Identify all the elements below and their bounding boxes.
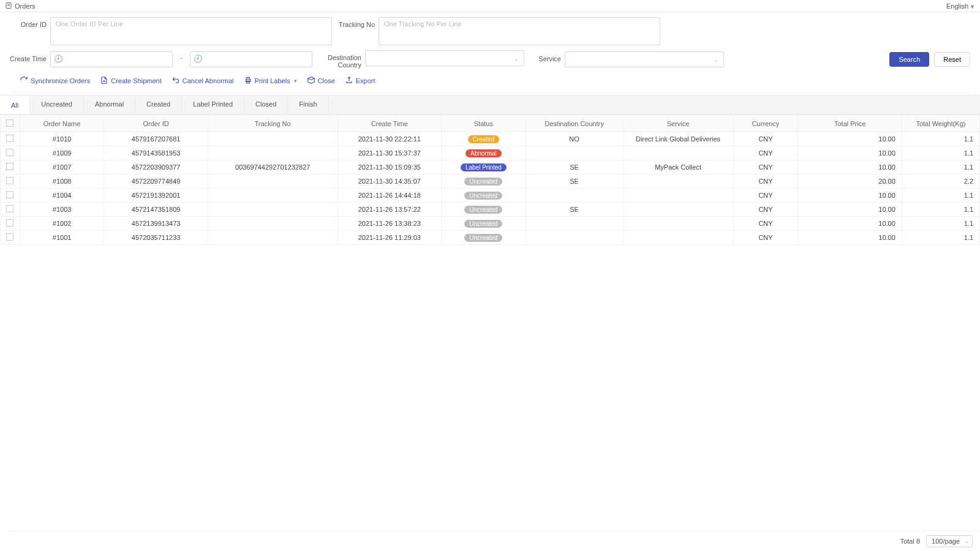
cell-total-weight: 2.2 bbox=[902, 174, 979, 189]
tracking-no-input[interactable] bbox=[379, 17, 660, 45]
row-checkbox[interactable] bbox=[6, 205, 13, 212]
printer-icon bbox=[244, 76, 252, 86]
cell-currency: CNY bbox=[733, 160, 798, 174]
export-icon bbox=[345, 76, 353, 86]
cell-status: Abnormal bbox=[442, 146, 526, 160]
service-select[interactable]: ⌄ bbox=[565, 51, 724, 67]
table-row[interactable]: #100945791435819532021-11-30 15:37:37Abn… bbox=[1, 146, 980, 160]
cell-create-time: 2021-11-30 14:35:07 bbox=[337, 174, 441, 189]
cell-status: Uncreated bbox=[442, 189, 526, 203]
tab-created[interactable]: Created bbox=[135, 96, 182, 114]
table-row[interactable]: #100245721399134732021-11-26 13:38:23Unc… bbox=[1, 217, 980, 231]
tab-abnormal[interactable]: Abnormal bbox=[84, 96, 135, 114]
chevron-down-icon: ▾ bbox=[294, 78, 297, 84]
undo-icon bbox=[172, 76, 180, 86]
col-destination-country: Destination Country bbox=[526, 115, 623, 132]
search-button[interactable]: Search bbox=[889, 52, 929, 67]
cell-order-name: #1010 bbox=[20, 132, 104, 146]
col-currency: Currency bbox=[733, 115, 798, 132]
chevron-down-icon: ▼ bbox=[970, 4, 975, 10]
status-badge: Label Printed bbox=[461, 163, 507, 171]
table-row[interactable]: #100345721473518092021-11-26 13:57:22Unc… bbox=[1, 203, 980, 217]
service-label: Service bbox=[530, 51, 561, 62]
cell-total-price: 10.00 bbox=[798, 203, 902, 217]
cell-create-time: 2021-11-26 14:44:18 bbox=[337, 189, 441, 203]
cell-order-id: 4579143581953 bbox=[104, 146, 208, 160]
col-order-id: Order ID bbox=[104, 115, 208, 132]
orders-table: Order NameOrder IDTracking NoCreate Time… bbox=[0, 114, 980, 245]
cell-dest-country bbox=[526, 189, 623, 203]
status-badge: Uncreated bbox=[464, 206, 502, 214]
reset-button[interactable]: Reset bbox=[934, 52, 970, 67]
cell-currency: CNY bbox=[733, 231, 798, 245]
export-button[interactable]: Export bbox=[345, 76, 375, 86]
refresh-icon bbox=[20, 76, 28, 86]
cell-dest-country: SE bbox=[526, 174, 623, 189]
orders-icon bbox=[5, 2, 12, 10]
cell-total-weight: 1.1 bbox=[902, 231, 979, 245]
cell-dest-country bbox=[526, 217, 623, 231]
cell-dest-country: SE bbox=[526, 160, 623, 174]
row-checkbox[interactable] bbox=[6, 177, 13, 184]
cell-currency: CNY bbox=[733, 146, 798, 160]
cell-create-time: 2021-11-30 15:37:37 bbox=[337, 146, 441, 160]
order-id-input[interactable] bbox=[50, 17, 332, 45]
cell-service: Direct Link Global Deliveries bbox=[623, 132, 733, 146]
language-selector[interactable]: English▼ bbox=[946, 2, 975, 10]
table-row[interactable]: #100445721913920012021-11-26 14:44:18Unc… bbox=[1, 189, 980, 203]
tab-uncreated[interactable]: Uncreated bbox=[30, 96, 84, 114]
svg-rect-6 bbox=[246, 81, 249, 83]
cell-total-weight: 1.1 bbox=[902, 132, 979, 146]
create-time-start[interactable] bbox=[50, 51, 173, 67]
row-checkbox[interactable] bbox=[6, 149, 13, 156]
table-row[interactable]: #100845722097748492021-11-30 14:35:07Unc… bbox=[1, 174, 980, 189]
tab-finish[interactable]: Finish bbox=[288, 96, 328, 114]
cell-create-time: 2021-11-30 15:09:35 bbox=[337, 160, 441, 174]
tab-all[interactable]: All bbox=[0, 96, 30, 114]
cell-status: Uncreated bbox=[442, 174, 526, 189]
dest-country-select[interactable]: ⌄ bbox=[365, 50, 524, 66]
cell-tracking-no bbox=[208, 174, 337, 189]
cell-service bbox=[623, 217, 733, 231]
cell-currency: CNY bbox=[733, 174, 798, 189]
cell-total-weight: 1.1 bbox=[902, 160, 979, 174]
synchronize-orders-button[interactable]: Synchronize Orders bbox=[20, 76, 90, 86]
cell-service bbox=[623, 231, 733, 245]
clock-icon: 🕘 bbox=[194, 54, 203, 63]
cell-dest-country: NO bbox=[526, 132, 623, 146]
row-checkbox[interactable] bbox=[6, 191, 13, 198]
cell-total-price: 10.00 bbox=[798, 231, 902, 245]
print-labels-button[interactable]: Print Labels ▾ bbox=[244, 76, 297, 86]
table-row[interactable]: #101045791672076812021-11-30 22:22:11Cre… bbox=[1, 132, 980, 146]
row-checkbox[interactable] bbox=[6, 135, 13, 142]
row-checkbox[interactable] bbox=[6, 219, 13, 227]
col-tracking-no: Tracking No bbox=[208, 115, 337, 132]
chevron-down-icon: ⌄ bbox=[514, 55, 519, 62]
cell-status: Uncreated bbox=[442, 217, 526, 231]
tab-closed[interactable]: Closed bbox=[244, 96, 288, 114]
close-button[interactable]: Close bbox=[307, 76, 335, 86]
tab-label-printed[interactable]: Label Printed bbox=[182, 96, 244, 114]
row-checkbox[interactable] bbox=[6, 233, 13, 241]
col-status: Status bbox=[442, 115, 526, 132]
cancel-abnormal-button[interactable]: Cancel Abnormal bbox=[172, 76, 234, 86]
row-checkbox[interactable] bbox=[6, 163, 13, 170]
cell-order-name: #1009 bbox=[20, 146, 104, 160]
status-badge: Uncreated bbox=[464, 220, 502, 228]
order-id-label: Order ID bbox=[10, 17, 47, 28]
create-shipment-button[interactable]: Create Shipment bbox=[100, 76, 162, 86]
cell-tracking-no bbox=[208, 189, 337, 203]
cell-service bbox=[623, 174, 733, 189]
status-badge: Uncreated bbox=[464, 178, 502, 186]
table-row[interactable]: #100145720357112332021-11-26 11:29:03Unc… bbox=[1, 231, 980, 245]
cell-total-price: 10.00 bbox=[798, 132, 902, 146]
status-tabs: AllUncreatedAbnormalCreatedLabel Printed… bbox=[0, 95, 980, 114]
cell-order-name: #1003 bbox=[20, 203, 104, 217]
cell-tracking-no bbox=[208, 146, 337, 160]
cell-total-weight: 1.1 bbox=[902, 146, 979, 160]
select-all-checkbox[interactable] bbox=[6, 119, 13, 127]
table-row[interactable]: #100745722039093770036974429270123282720… bbox=[1, 160, 980, 174]
cell-create-time: 2021-11-26 11:29:03 bbox=[337, 231, 441, 245]
cell-create-time: 2021-11-30 22:22:11 bbox=[337, 132, 441, 146]
create-time-end[interactable] bbox=[190, 51, 312, 67]
